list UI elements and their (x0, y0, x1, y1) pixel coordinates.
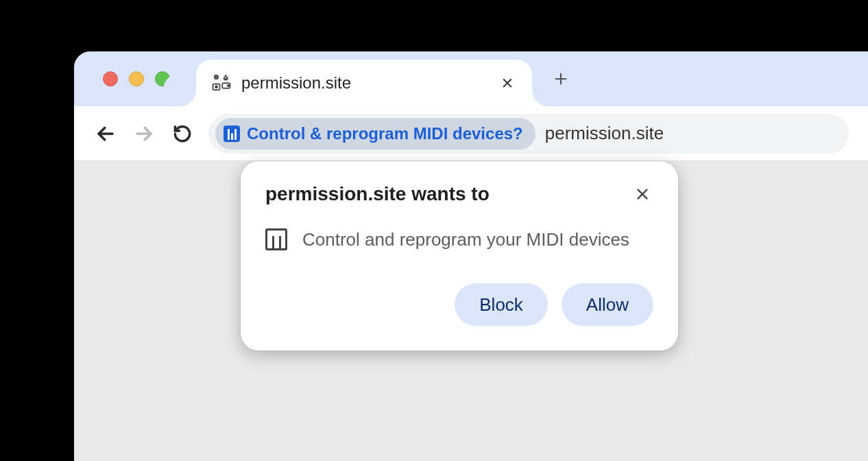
address-bar[interactable]: Control & reprogram MIDI devices? permis… (208, 114, 849, 154)
dialog-close-button[interactable] (631, 183, 653, 205)
svg-point-2 (224, 77, 227, 80)
permission-status-icon (211, 73, 232, 93)
dialog-title: permission.site wants to (265, 183, 490, 205)
toolbar: Control & reprogram MIDI devices? permis… (74, 106, 868, 161)
permission-row: Control and reprogram your MIDI devices (265, 228, 653, 250)
permission-chip[interactable]: Control & reprogram MIDI devices? (215, 118, 535, 150)
back-button[interactable] (93, 121, 118, 146)
tab-curve (532, 90, 548, 106)
tab-strip: permission.site (74, 51, 868, 106)
svg-point-7 (228, 85, 230, 87)
forward-button[interactable] (132, 121, 156, 146)
window-controls (103, 71, 170, 86)
permission-description: Control and reprogram your MIDI devices (302, 229, 629, 250)
tab-close-button[interactable] (498, 73, 517, 93)
block-button[interactable]: Block (455, 283, 548, 326)
permission-chip-text: Control & reprogram MIDI devices? (247, 124, 523, 143)
permission-prompt: permission.site wants to Control and rep… (241, 161, 678, 351)
dialog-actions: Block Allow (265, 283, 653, 326)
url-text: permission.site (545, 123, 664, 144)
active-tab[interactable]: permission.site (196, 60, 532, 106)
new-tab-button[interactable] (548, 67, 573, 91)
tab-title: permission.site (241, 73, 488, 93)
window-close-button[interactable] (103, 71, 118, 86)
allow-button[interactable]: Allow (562, 283, 653, 326)
reload-button[interactable] (170, 121, 195, 146)
svg-point-5 (215, 86, 217, 88)
midi-icon (224, 126, 240, 142)
window-minimize-button[interactable] (129, 71, 144, 86)
svg-point-1 (216, 77, 217, 78)
browser-window: permission.site Control & reprogram MIDI… (74, 51, 868, 461)
dialog-header: permission.site wants to (265, 183, 653, 205)
midi-icon (265, 228, 287, 250)
tab-curve (180, 90, 196, 106)
